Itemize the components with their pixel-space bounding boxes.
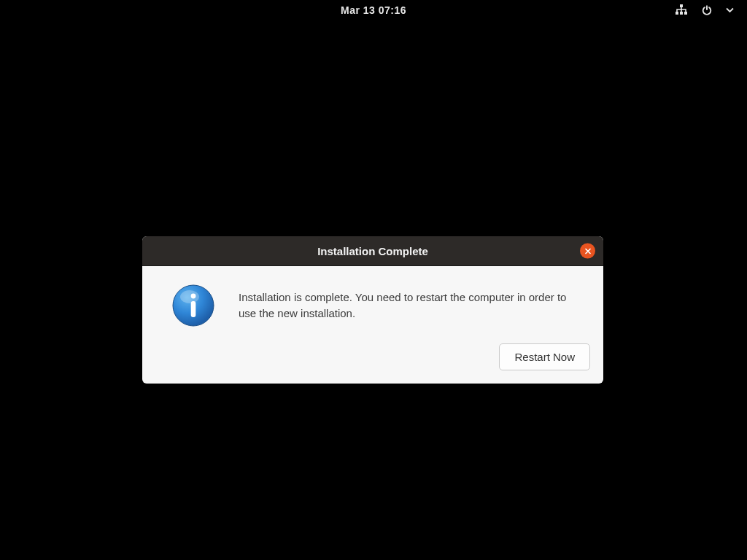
svg-point-9: [180, 290, 199, 303]
top-bar: Mar 13 07:16: [0, 0, 747, 20]
restart-now-button[interactable]: Restart Now: [499, 343, 590, 370]
svg-rect-3: [684, 12, 687, 15]
network-icon[interactable]: [675, 4, 688, 16]
dialog-message: Installation is complete. You need to re…: [239, 285, 581, 322]
power-icon[interactable]: [701, 4, 713, 16]
chevron-down-icon[interactable]: [726, 7, 734, 13]
svg-point-10: [191, 294, 196, 299]
system-tray: [675, 0, 734, 20]
svg-rect-2: [680, 12, 683, 15]
svg-rect-1: [676, 12, 678, 15]
svg-rect-0: [680, 4, 683, 7]
clock[interactable]: Mar 13 07:16: [341, 4, 406, 16]
installation-complete-dialog: Installation Complete: [142, 236, 603, 384]
info-icon: [171, 284, 215, 330]
dialog-actions: Restart Now: [142, 343, 603, 384]
dialog-body: Installation is complete. You need to re…: [142, 266, 603, 343]
dialog-title: Installation Complete: [317, 245, 428, 257]
close-icon: [584, 247, 592, 254]
close-button[interactable]: [580, 244, 595, 259]
svg-rect-11: [191, 301, 196, 317]
svg-rect-7: [706, 6, 708, 10]
dialog-titlebar[interactable]: Installation Complete: [142, 236, 603, 266]
